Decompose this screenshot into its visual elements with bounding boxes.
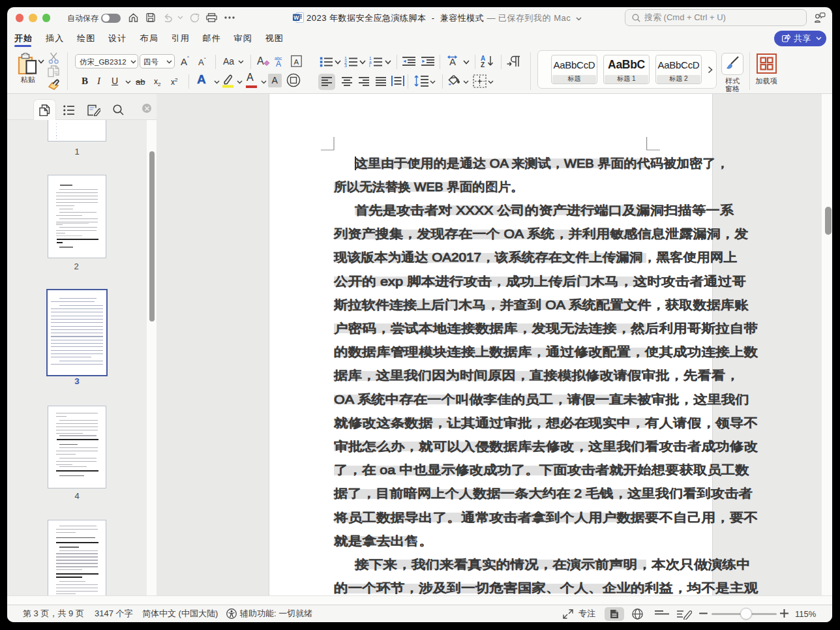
svg-text:3: 3 — [344, 63, 347, 67]
svg-text:A: A — [294, 58, 299, 66]
svg-text:A: A — [257, 55, 264, 67]
svg-text:W: W — [293, 14, 299, 21]
svg-text:Z: Z — [481, 61, 485, 68]
svg-text:A: A — [276, 59, 281, 67]
svg-text:A: A — [449, 56, 456, 67]
svg-text:i: i — [369, 63, 370, 67]
